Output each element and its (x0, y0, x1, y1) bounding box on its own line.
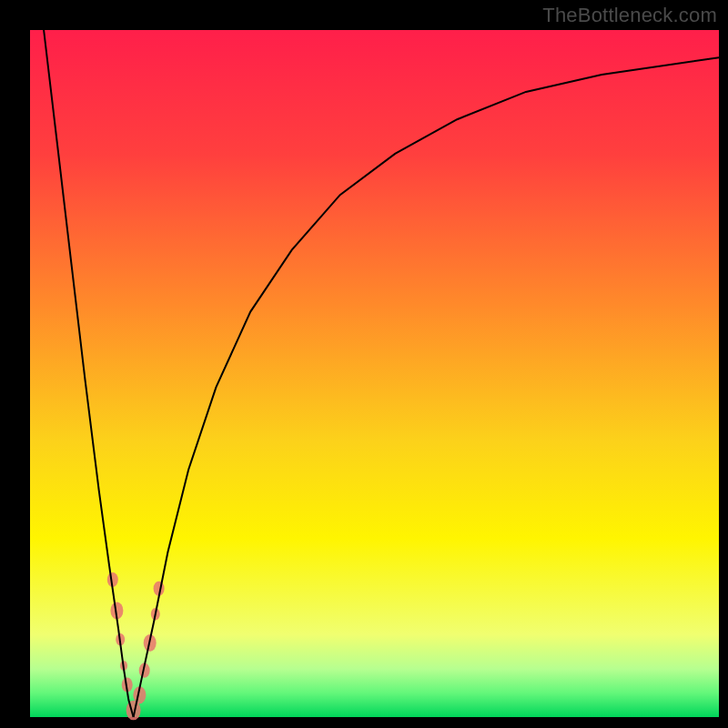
plot-background (30, 30, 719, 717)
watermark-label: TheBottleneck.com (542, 4, 717, 27)
chart-stage: TheBottleneck.com (0, 0, 728, 728)
bottleneck-plot (0, 0, 728, 728)
